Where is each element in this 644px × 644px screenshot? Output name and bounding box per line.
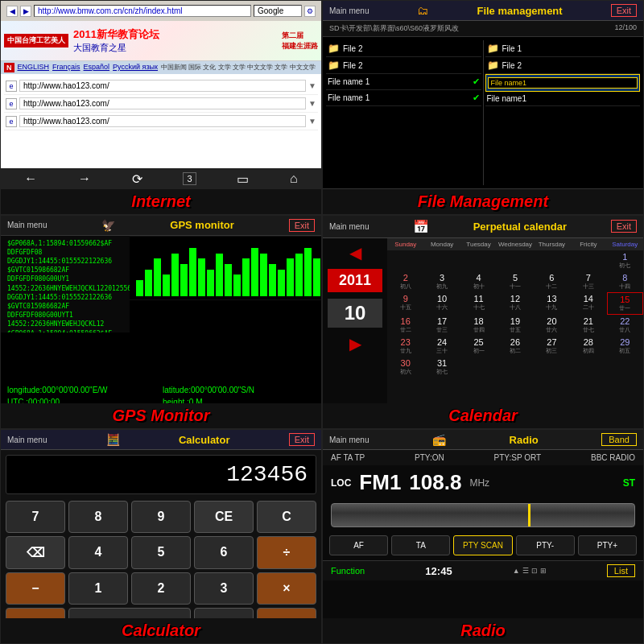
radio-btn-pty-scan[interactable]: PTY SCAN — [453, 535, 512, 555]
cal-day-cell-36[interactable]: 31初七 — [423, 357, 460, 378]
fm-exit[interactable]: Exit — [611, 4, 637, 17]
link-es[interactable]: Español — [84, 63, 110, 72]
cal-day-cell-21[interactable]: 16廿二 — [387, 315, 423, 336]
calc-btn-3[interactable]: 3 — [194, 572, 254, 605]
nav-back[interactable]: ← — [24, 171, 37, 186]
calc-btn-multiply[interactable]: × — [257, 572, 316, 605]
cal-day-cell-18[interactable]: 13十九 — [534, 292, 570, 315]
cal-day-cell-23[interactable]: 18廿四 — [460, 315, 497, 336]
cal-day-cell-34[interactable]: 29初五 — [607, 336, 643, 357]
nav-refresh[interactable]: ⟳ — [132, 171, 142, 187]
search-bar[interactable]: Google — [254, 5, 302, 17]
calc-btn-c[interactable]: C — [257, 501, 316, 533]
fm-right-row-1[interactable]: 📁 File 1 — [485, 40, 641, 57]
cal-exit[interactable]: Exit — [611, 220, 637, 233]
radio-btn-ta[interactable]: TA — [391, 535, 450, 555]
calc-btn-minus[interactable]: − — [6, 572, 65, 605]
radio-btn-pty-minus[interactable]: PTY- — [516, 535, 575, 555]
cal-day-cell-31[interactable]: 26初二 — [497, 336, 533, 357]
settings-icon[interactable]: ⚙ — [304, 6, 316, 17]
cal-next-arrow[interactable]: ▶ — [349, 334, 361, 353]
fm-right-row-2[interactable]: 📁 File 2 — [485, 57, 641, 74]
cal-day-cell-16[interactable]: 11十七 — [460, 292, 497, 315]
cal-day-cell-22[interactable]: 17廿三 — [423, 315, 460, 336]
radio-slider-area[interactable] — [323, 500, 643, 530]
fm-left-row-3[interactable]: File name 1 ✔ — [326, 74, 481, 90]
calc-btn-5[interactable]: 5 — [131, 536, 191, 569]
cal-day-cell-14[interactable]: 9十五 — [387, 292, 423, 315]
cal-day-cell-25[interactable]: 20廿六 — [534, 315, 570, 336]
cal-day-cell-11[interactable]: 6十二 — [534, 271, 570, 292]
calc-exit[interactable]: Exit — [289, 433, 315, 446]
radio-btn-af[interactable]: AF — [329, 535, 388, 555]
link-ru[interactable]: Pycckий язык — [113, 63, 158, 72]
radio-af-ta-tp: AF TA TP — [331, 453, 365, 462]
fm-right-row-4[interactable]: File name1 — [485, 92, 641, 106]
cal-day-cell-13[interactable]: 8十四 — [607, 271, 643, 292]
radio-main-menu[interactable]: Main menu — [329, 436, 369, 444]
fm-left-row-4[interactable]: File name 1 ✔ — [326, 90, 481, 106]
cal-day-cell-12[interactable]: 7十三 — [570, 271, 606, 292]
calc-btn-8[interactable]: 8 — [68, 501, 128, 533]
calc-btn-7[interactable]: 7 — [6, 501, 65, 533]
cal-day-cell-27[interactable]: 22廿八 — [607, 315, 643, 336]
fm-main-menu[interactable]: Main menu — [329, 6, 369, 15]
calc-btn-divide[interactable]: ÷ — [257, 536, 316, 569]
calc-btn-9[interactable]: 9 — [131, 501, 191, 533]
cal-day-cell-10[interactable]: 5十一 — [497, 271, 533, 292]
fav-row-3[interactable]: e http://www.hao123.com/ ▼ — [4, 113, 318, 130]
radio-func[interactable]: Function — [331, 566, 365, 576]
radio-list-btn[interactable]: List — [607, 564, 635, 577]
fav-url-1[interactable]: http://www.hao123.com/ — [19, 80, 306, 92]
calc-btn-1[interactable]: 1 — [68, 572, 128, 605]
forward-icon[interactable]: ▶ — [20, 6, 31, 17]
fm-left-row-1[interactable]: 📁 File 2 — [326, 40, 481, 57]
cal-day-cell-26[interactable]: 21廿七 — [570, 315, 606, 336]
radio-btn-pty-plus[interactable]: PTY+ — [578, 535, 637, 555]
cal-day-cell-33[interactable]: 28初四 — [570, 336, 606, 357]
fav-row-1[interactable]: e http://www.hao123.com/ ▼ — [4, 77, 318, 95]
fav-url-3[interactable]: http://www.hao123.com/ — [19, 115, 306, 127]
cal-day-cell-35[interactable]: 30初六 — [387, 357, 423, 378]
cal-day-cell-17[interactable]: 12十八 — [497, 292, 533, 315]
fav-row-2[interactable]: e http://www.hao123.com/ ▼ — [4, 95, 318, 113]
radio-band-btn[interactable]: Band — [601, 433, 637, 446]
cal-day-cell-15[interactable]: 10十六 — [423, 292, 460, 315]
calc-btn-2[interactable]: 2 — [131, 572, 191, 605]
cal-day-cell-9[interactable]: 4初十 — [460, 271, 497, 292]
cal-day-cell-28[interactable]: 23廿九 — [387, 336, 423, 357]
cal-main-menu[interactable]: Main menu — [329, 222, 369, 231]
nav-page[interactable]: 3 — [183, 172, 196, 185]
calc-btn-backspace[interactable]: ⌫ — [6, 536, 65, 569]
cal-day-cell-7[interactable]: 2初八 — [387, 271, 423, 292]
nav-home[interactable]: ⌂ — [290, 171, 298, 186]
cal-day-cell-20[interactable]: 15廿一 — [607, 292, 643, 315]
address-bar[interactable]: http://www.bmw.com.cn/cn/zh/index.html — [34, 5, 251, 17]
link-fr[interactable]: Français — [52, 63, 80, 72]
back-icon[interactable]: ◀ — [6, 6, 18, 17]
cal-day-cell-24[interactable]: 19廿五 — [497, 315, 533, 336]
calc-btn-ce[interactable]: CE — [194, 501, 254, 533]
radio-slider-track[interactable] — [331, 503, 635, 527]
cal-day-cell-30[interactable]: 25初一 — [460, 336, 497, 357]
gps-main-menu[interactable]: Main menu — [7, 221, 47, 229]
cal-day-cell-29[interactable]: 24三十 — [423, 336, 460, 357]
gps-bar-6 — [189, 248, 196, 296]
cal-day-cell-8[interactable]: 3初九 — [423, 271, 460, 292]
fm-filename-input[interactable] — [488, 77, 638, 89]
fm-left-row-2[interactable]: 📁 File 2 — [326, 57, 481, 74]
fm-file-name-2: File 2 — [343, 61, 480, 70]
fav-url-2[interactable]: http://www.hao123.com/ — [19, 97, 306, 109]
calc-main-menu[interactable]: Main menu — [7, 436, 47, 444]
gps-exit[interactable]: Exit — [289, 219, 315, 232]
cal-day-cell-32[interactable]: 27初三 — [534, 336, 570, 357]
fm-right-row-3[interactable] — [485, 74, 641, 92]
nav-forward[interactable]: → — [78, 171, 91, 186]
calc-btn-4[interactable]: 4 — [68, 536, 128, 569]
cal-prev-arrow[interactable]: ◀ — [349, 243, 361, 262]
nav-fullscreen[interactable]: ▭ — [237, 171, 249, 187]
cal-day-cell-19[interactable]: 14二十 — [570, 292, 606, 315]
cal-day-cell-6[interactable]: 1初七 — [607, 250, 643, 271]
link-english[interactable]: ENGLISH — [18, 63, 50, 72]
calc-btn-6[interactable]: 6 — [194, 536, 254, 569]
